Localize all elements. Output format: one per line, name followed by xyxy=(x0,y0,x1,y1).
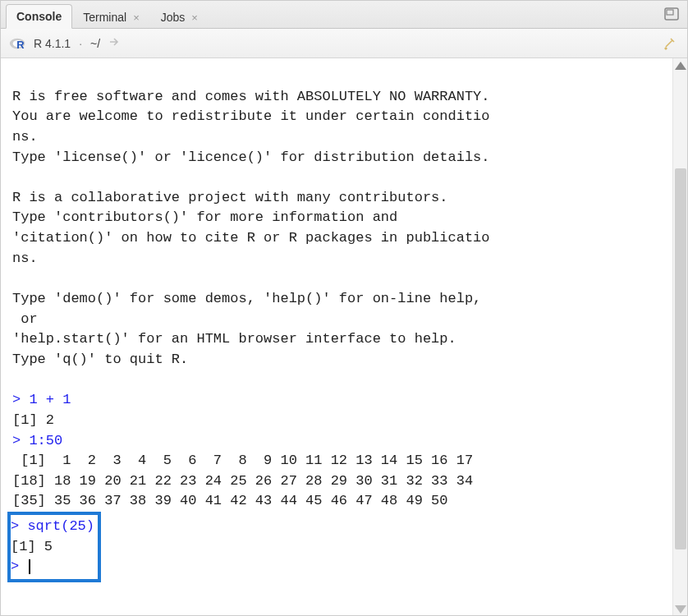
console-toolbar: R R 4.1.1 · ~/ xyxy=(1,29,687,58)
tab-console[interactable]: Console xyxy=(6,4,72,29)
highlighted-region: > sqrt(25) [1] 5 > xyxy=(7,512,101,582)
tab-console-label: Console xyxy=(16,10,62,23)
tab-bar: Console Terminal × Jobs × xyxy=(1,1,687,29)
console-result: [18] 18 19 20 21 22 23 24 25 26 27 28 29… xyxy=(12,473,473,489)
console-command: 1:50 xyxy=(29,433,62,448)
scroll-up-icon[interactable] xyxy=(675,62,686,70)
prompt: > xyxy=(11,559,19,574)
prompt: > xyxy=(12,433,21,448)
maximize-pane-icon[interactable] xyxy=(664,7,679,21)
console-result: [1] 1 2 3 4 5 6 7 8 9 10 11 12 13 14 15 … xyxy=(12,453,473,468)
console-result: [1] 2 xyxy=(12,412,54,428)
console-result: [1] 5 xyxy=(11,539,53,554)
scroll-thumb[interactable] xyxy=(675,168,686,549)
tab-terminal-label: Terminal xyxy=(83,11,126,24)
console-output[interactable]: R is free software and comes with ABSOLU… xyxy=(1,58,672,616)
clear-console-icon[interactable] xyxy=(663,37,676,50)
working-dir-label[interactable]: ~/ xyxy=(90,37,100,50)
r-logo-icon: R xyxy=(9,36,27,51)
separator-dot: · xyxy=(79,37,82,50)
close-icon[interactable]: × xyxy=(191,11,198,24)
tab-jobs-label: Jobs xyxy=(161,11,186,24)
scroll-track[interactable] xyxy=(675,73,686,602)
scroll-down-icon[interactable] xyxy=(675,605,686,614)
console-command: sqrt(25) xyxy=(27,518,94,534)
tab-terminal[interactable]: Terminal × xyxy=(72,5,150,29)
tab-jobs[interactable]: Jobs × xyxy=(150,5,209,29)
close-icon[interactable]: × xyxy=(133,11,140,24)
console-result: [35] 35 36 37 38 39 40 41 42 43 44 45 46… xyxy=(12,493,448,508)
prompt: > xyxy=(11,518,19,534)
prompt: > xyxy=(12,392,21,407)
console-command: 1 + 1 xyxy=(29,392,71,407)
scrollbar[interactable] xyxy=(672,58,687,616)
svg-text:R: R xyxy=(16,39,24,51)
text-cursor xyxy=(29,559,30,574)
open-dir-icon[interactable] xyxy=(108,36,122,51)
svg-rect-1 xyxy=(667,10,673,15)
r-version-label: R 4.1.1 xyxy=(34,37,71,50)
